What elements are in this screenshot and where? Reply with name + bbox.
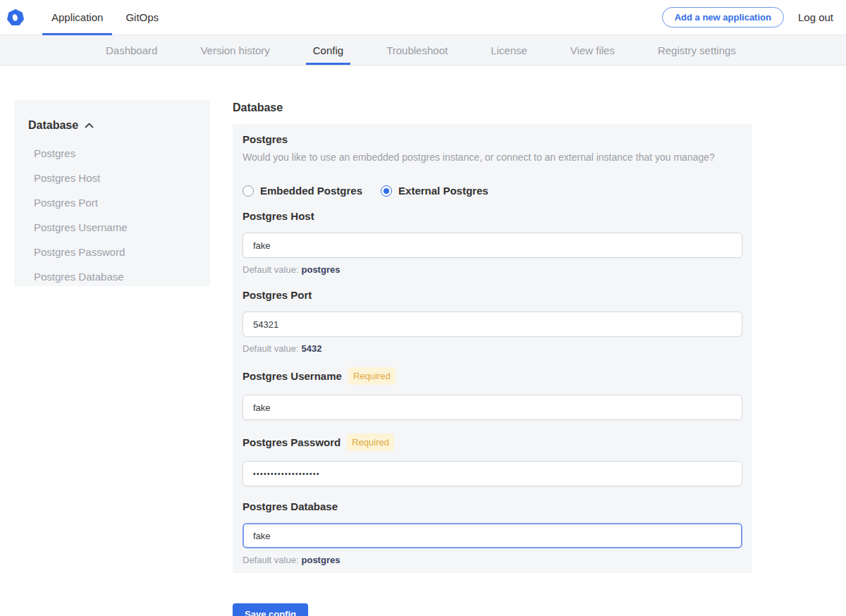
postgres-username-label-text: Postgres Username xyxy=(243,369,342,383)
radio-embedded-label: Embedded Postgres xyxy=(260,185,362,197)
postgres-database-input[interactable] xyxy=(243,523,742,548)
kots-logo-icon xyxy=(7,9,24,26)
header-actions: Add a new application Log out xyxy=(662,0,846,35)
field-postgres-password: Postgres Password Required xyxy=(243,433,742,486)
sidebar-item-list: Postgres Postgres Host Postgres Port Pos… xyxy=(28,148,196,282)
postgres-port-default: Default value:5432 xyxy=(243,343,742,355)
logout-link[interactable]: Log out xyxy=(798,11,833,23)
radio-embedded-postgres[interactable]: Embedded Postgres xyxy=(243,185,362,197)
postgres-password-input[interactable] xyxy=(243,461,742,486)
tab-gitops[interactable]: GitOps xyxy=(116,0,168,35)
postgres-host-input[interactable] xyxy=(243,233,742,258)
postgres-username-label: Postgres Username Required xyxy=(243,367,742,385)
app-subnav: Dashboard Version history Config Trouble… xyxy=(0,35,846,66)
radio-external-label: External Postgres xyxy=(398,185,489,197)
default-value: postgres xyxy=(302,264,341,275)
postgres-choice-label: Postgres xyxy=(243,133,742,146)
top-nav: Application GitOps Add a new application… xyxy=(0,0,846,35)
postgres-password-label: Postgres Password Required xyxy=(243,433,742,451)
field-postgres-database: Postgres Database Default value:postgres xyxy=(243,500,742,566)
save-config-button[interactable]: Save config xyxy=(233,603,308,616)
sidebar-item-postgres-database[interactable]: Postgres Database xyxy=(28,271,196,282)
default-value: 5432 xyxy=(302,343,322,354)
postgres-database-default: Default value:postgres xyxy=(243,555,742,566)
default-prefix: Default value: xyxy=(243,343,299,354)
sidebar-group-database[interactable]: Database xyxy=(28,119,196,132)
add-application-button[interactable]: Add a new application xyxy=(662,7,784,27)
config-sidebar: Database Postgres Postgres Host Postgres… xyxy=(14,100,210,286)
page-content: Database Postgres Postgres Host Postgres… xyxy=(0,66,846,616)
postgres-database-label: Postgres Database xyxy=(243,500,742,513)
field-postgres-username: Postgres Username Required xyxy=(243,367,742,420)
config-main: Database Postgres Would you like to use … xyxy=(233,66,752,616)
subnav-tab-troubleshoot[interactable]: Troubleshoot xyxy=(379,35,455,65)
app-logo[interactable] xyxy=(7,0,24,35)
tab-application[interactable]: Application xyxy=(42,0,112,35)
postgres-host-label: Postgres Host xyxy=(243,209,742,223)
default-value: postgres xyxy=(302,555,341,565)
sidebar-group-label: Database xyxy=(28,119,78,132)
postgres-port-input[interactable] xyxy=(243,312,742,337)
postgres-choice-item: Postgres Would you like to use an embedd… xyxy=(243,133,742,197)
config-group-card: Postgres Would you like to use an embedd… xyxy=(233,124,752,573)
sidebar-item-postgres[interactable]: Postgres xyxy=(28,148,196,159)
postgres-radio-group: Embedded Postgres External Postgres xyxy=(243,185,742,197)
postgres-port-label: Postgres Port xyxy=(243,288,742,302)
chevron-up-icon xyxy=(85,123,94,128)
subnav-tab-dashboard[interactable]: Dashboard xyxy=(99,35,164,65)
subnav-tab-config[interactable]: Config xyxy=(306,35,350,65)
subnav-tab-registry-settings[interactable]: Registry settings xyxy=(651,35,743,65)
field-postgres-host: Postgres Host Default value:postgres xyxy=(243,209,742,276)
section-title: Database xyxy=(233,101,752,114)
radio-external-postgres[interactable]: External Postgres xyxy=(381,185,489,197)
postgres-choice-help: Would you like to use an embedded postgr… xyxy=(243,150,742,164)
radio-unchecked-icon[interactable] xyxy=(243,185,254,197)
sidebar-item-postgres-port[interactable]: Postgres Port xyxy=(28,197,196,208)
postgres-password-label-text: Postgres Password xyxy=(243,436,341,449)
radio-checked-icon[interactable] xyxy=(381,185,392,197)
subnav-tab-license[interactable]: License xyxy=(484,35,534,65)
field-postgres-port: Postgres Port Default value:5432 xyxy=(243,288,742,355)
subnav-tab-view-files[interactable]: View files xyxy=(563,35,622,65)
sidebar-item-postgres-username[interactable]: Postgres Username xyxy=(28,222,196,233)
default-prefix: Default value: xyxy=(243,555,299,565)
required-badge: Required xyxy=(347,433,394,451)
postgres-host-default: Default value:postgres xyxy=(243,264,742,276)
subnav-tab-version-history[interactable]: Version history xyxy=(193,35,276,65)
sidebar-item-postgres-host[interactable]: Postgres Host xyxy=(28,173,196,183)
sidebar-item-postgres-password[interactable]: Postgres Password xyxy=(28,247,196,257)
default-prefix: Default value: xyxy=(243,264,299,275)
required-badge: Required xyxy=(348,367,396,385)
postgres-username-input[interactable] xyxy=(243,395,742,420)
